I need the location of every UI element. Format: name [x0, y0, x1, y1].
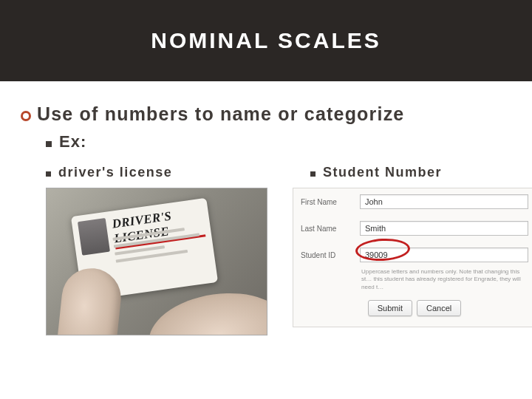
- square-bullet-icon: [46, 141, 52, 147]
- square-bullet-icon: [46, 171, 51, 177]
- bullet-level-2: Ex:: [46, 132, 511, 151]
- studentid-label: Student ID: [301, 251, 360, 259]
- firstname-label: First Name: [301, 198, 360, 206]
- form-row-lastname: Last Name Smith: [293, 215, 532, 242]
- form-row-studentid: Student ID 39009: [293, 242, 532, 268]
- form-buttons: Submit Cancel: [293, 291, 532, 327]
- form-row-firstname: First Name John: [293, 188, 532, 215]
- bullet2-text: Ex:: [59, 132, 86, 151]
- lastname-input[interactable]: Smith: [360, 221, 528, 236]
- bullet-level-1: Use of numbers to name or categorize: [21, 103, 511, 125]
- studentid-value: 39009: [365, 250, 388, 259]
- example-right-label-row: Student Number: [310, 165, 532, 180]
- drivers-license-photo: DRIVER'S LICENSE: [46, 188, 267, 335]
- cancel-button[interactable]: Cancel: [417, 300, 461, 316]
- example-right-column: Student Number First Name John Last Name…: [288, 165, 532, 335]
- student-form: First Name John Last Name Smith Student …: [293, 188, 532, 327]
- examples-row: driver's license DRIVER'S LICENSE: [46, 165, 532, 335]
- content-area: Use of numbers to name or categorize Ex:…: [0, 81, 532, 335]
- example-left-label-row: driver's license: [46, 165, 288, 180]
- title-bar: NOMINAL SCALES: [0, 0, 532, 81]
- lastname-value: Smith: [365, 224, 386, 233]
- studentid-input[interactable]: 39009: [360, 248, 528, 262]
- studentid-hint: Uppercase letters and numbers only. Note…: [293, 268, 532, 291]
- square-bullet-icon: [310, 171, 316, 177]
- hand-fingers: [143, 284, 267, 335]
- circle-bullet-icon: [21, 111, 31, 121]
- example-right-label: Student Number: [323, 165, 442, 180]
- lastname-label: Last Name: [301, 225, 360, 233]
- slide-title: NOMINAL SCALES: [151, 28, 381, 53]
- example-left-label: driver's license: [58, 165, 172, 180]
- firstname-input[interactable]: John: [360, 194, 528, 209]
- example-left-column: driver's license DRIVER'S LICENSE: [46, 165, 288, 335]
- submit-button[interactable]: Submit: [368, 300, 412, 316]
- firstname-value: John: [365, 197, 383, 206]
- license-portrait: [78, 218, 110, 256]
- bullet1-text: Use of numbers to name or categorize: [37, 103, 404, 125]
